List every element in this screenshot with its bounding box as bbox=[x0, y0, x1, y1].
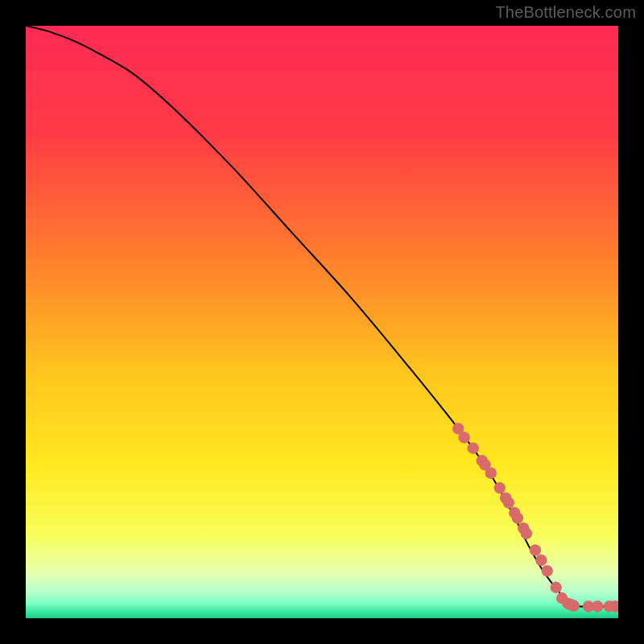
marker-point bbox=[592, 601, 603, 612]
marker-point bbox=[521, 528, 532, 539]
marker-point bbox=[541, 565, 552, 576]
marker-point bbox=[485, 467, 497, 478]
watermark-text: TheBottleneck.com bbox=[495, 3, 636, 22]
marker-point bbox=[530, 544, 541, 555]
marker-point bbox=[458, 431, 469, 443]
plot-svg bbox=[26, 26, 618, 618]
marker-point bbox=[467, 443, 478, 454]
chart-container: TheBottleneck.com bbox=[0, 0, 644, 644]
marker-point bbox=[551, 582, 562, 593]
marker-point bbox=[568, 600, 580, 611]
marker-point bbox=[503, 497, 514, 508]
marker-point bbox=[494, 482, 506, 493]
marker-point bbox=[535, 555, 547, 566]
marker-point bbox=[512, 512, 523, 523]
plot-area bbox=[26, 26, 618, 618]
